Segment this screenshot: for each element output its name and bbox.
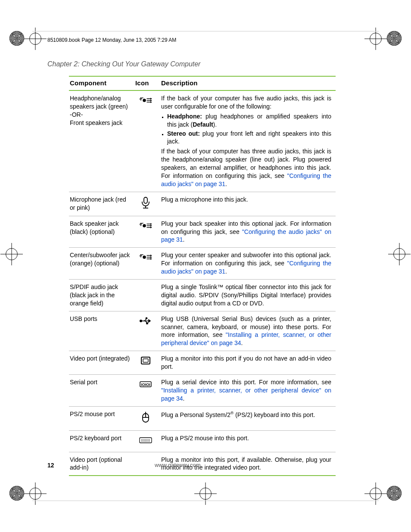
component-icon-cell	[134, 430, 160, 452]
footer-url: www.gateway.com	[155, 462, 201, 469]
svg-rect-10	[141, 357, 150, 364]
component-name: Microphone jack (red or pink)	[69, 192, 134, 216]
page-number: 12	[47, 462, 54, 469]
table-row: PS/2 mouse port Plug a Personal System/2…	[69, 406, 336, 430]
component-description: If the back of your computer has five au…	[160, 90, 336, 192]
svg-point-5	[143, 256, 146, 258]
component-description: Plug a microphone into this jack.	[160, 192, 336, 216]
component-description: Plug USB (Universal Serial Bus) devices …	[160, 311, 336, 351]
table-row: Video port (integrated) Plug a monitor i…	[69, 351, 336, 375]
component-name: Serial port	[69, 375, 134, 407]
component-icon-cell	[134, 406, 160, 430]
component-icon-cell	[134, 311, 160, 351]
svg-rect-1	[144, 197, 147, 203]
table-row: USB ports	[69, 311, 336, 351]
svg-rect-11	[143, 359, 148, 362]
component-name: PS/2 keyboard port	[69, 430, 134, 452]
usb-icon	[138, 315, 153, 327]
svg-text:IOIOI: IOIOI	[141, 383, 150, 387]
components-table: Component Icon Description Headphone/ana…	[69, 76, 336, 476]
svg-point-0	[143, 99, 146, 102]
component-description: Plug a monitor into this port if you do …	[160, 351, 336, 375]
component-name: PS/2 mouse port	[69, 406, 134, 430]
component-description: Plug a PS/2 mouse into this port.	[160, 430, 336, 452]
component-description: Plug a single Toslink™ optical fiber con…	[160, 280, 336, 311]
component-name: Back speaker jack (black) (optional)	[69, 216, 134, 248]
col-header-description: Description	[160, 76, 336, 90]
audio-out-icon	[138, 220, 153, 232]
print-header: 8510809.book Page 12 Monday, June 13, 20…	[47, 37, 176, 43]
chapter-title: Chapter 2: Checking Out Your Gateway Com…	[47, 60, 200, 68]
audio-out-icon	[138, 94, 153, 106]
keyboard-icon	[138, 434, 153, 446]
component-icon-cell	[134, 351, 160, 375]
page-footer: 12 www.gateway.com	[47, 462, 336, 469]
component-name: S/PDIF audio jack (black jack in the ora…	[69, 280, 134, 311]
list-item: Headphone: plug headphones or amplified …	[167, 112, 331, 129]
component-icon-cell: IOIOI	[134, 375, 160, 407]
component-icon-cell	[134, 280, 160, 311]
list-item: Stereo out: plug your front left and rig…	[167, 130, 331, 146]
mouse-icon	[138, 410, 153, 425]
svg-rect-17	[140, 438, 152, 443]
component-icon-cell	[134, 90, 160, 192]
registration-mark-icon	[9, 486, 24, 501]
content-area: Component Icon Description Headphone/ana…	[69, 76, 336, 476]
svg-rect-9	[146, 323, 148, 324]
component-icon-cell	[134, 248, 160, 280]
crop-mark-icon	[3, 246, 20, 263]
col-header-icon: Icon	[134, 76, 160, 90]
component-description: Plug a Personal System/2® (PS/2) keyboar…	[160, 406, 336, 430]
svg-point-8	[146, 317, 147, 319]
component-description: Plug your back speaker into this optiona…	[160, 216, 336, 248]
component-name: USB ports	[69, 311, 134, 351]
component-name: Video port (integrated)	[69, 351, 134, 375]
col-header-component: Component	[69, 76, 134, 90]
registration-mark-icon	[387, 31, 402, 46]
microphone-icon	[138, 196, 153, 210]
component-name: Headphone/analog speakers jack (green) -…	[69, 90, 134, 192]
audio-out-icon	[138, 251, 153, 263]
monitor-icon	[138, 355, 153, 367]
table-row: Headphone/analog speakers jack (green) -…	[69, 90, 336, 192]
table-row: Center/subwoofer jack (orange) (optional…	[69, 248, 336, 280]
component-icon-cell	[134, 216, 160, 248]
component-icon-cell	[134, 192, 160, 216]
component-description: Plug your center speaker and subwoofer i…	[160, 248, 336, 280]
cross-reference-link[interactable]: "Installing a printer, scanner, or other…	[161, 387, 331, 402]
table-row: PS/2 keyboard port Plug a PS/2 mouse int…	[69, 430, 336, 452]
component-description: Plug a serial device into this port. For…	[160, 375, 336, 407]
registration-mark-icon	[387, 486, 402, 501]
table-row: Serial port IOIOI Plug a serial device i…	[69, 375, 336, 407]
component-name: Center/subwoofer jack (orange) (optional…	[69, 248, 134, 280]
serial-port-icon: IOIOI	[138, 378, 153, 390]
table-row: Back speaker jack (black) (optional) Plu…	[69, 216, 336, 248]
table-row: S/PDIF audio jack (black jack in the ora…	[69, 280, 336, 311]
crop-mark-icon	[391, 246, 408, 263]
svg-point-4	[143, 224, 146, 227]
table-row: Microphone jack (red or pink) Plug a mic…	[69, 192, 336, 216]
registration-mark-icon	[9, 31, 24, 46]
